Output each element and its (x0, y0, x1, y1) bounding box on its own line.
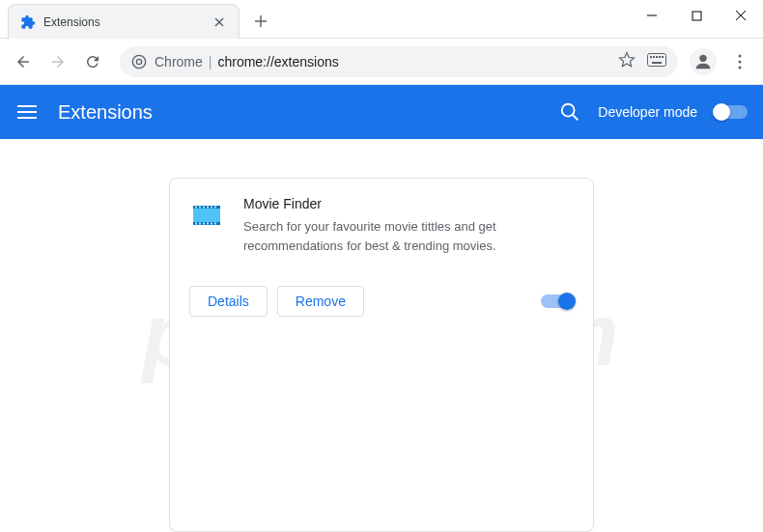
svg-rect-3 (648, 53, 666, 66)
user-icon (692, 51, 714, 72)
svg-rect-21 (207, 207, 209, 209)
plus-icon (254, 14, 268, 28)
svg-point-1 (132, 55, 145, 68)
extensions-header: Extensions Developer mode (0, 85, 763, 139)
page-title: Extensions (58, 101, 153, 124)
minimize-button[interactable] (630, 0, 674, 31)
svg-rect-26 (203, 223, 205, 225)
address-text: Chrome | chrome://extensions (155, 54, 339, 70)
svg-point-11 (739, 54, 742, 57)
svg-rect-29 (214, 223, 216, 225)
address-bar[interactable]: Chrome | chrome://extensions (120, 46, 678, 77)
svg-point-10 (699, 54, 706, 61)
film-icon (189, 198, 224, 233)
hamburger-menu[interactable] (15, 100, 39, 124)
new-tab-button[interactable] (247, 8, 274, 35)
window-titlebar: Extensions (0, 0, 763, 39)
back-button[interactable] (8, 46, 39, 77)
extensions-content: pcrisk.com Movie Finder Search for your … (0, 139, 763, 532)
dots-vertical-icon (732, 54, 748, 70)
svg-rect-20 (203, 207, 205, 209)
keyboard-icon[interactable] (647, 53, 666, 70)
browser-menu-button[interactable] (724, 46, 755, 77)
arrow-right-icon (49, 53, 67, 70)
svg-rect-9 (652, 62, 662, 64)
svg-rect-4 (650, 56, 652, 58)
svg-rect-24 (195, 223, 197, 225)
reload-button[interactable] (77, 46, 108, 77)
extension-card: Movie Finder Search for your favourite m… (169, 178, 594, 532)
svg-rect-28 (211, 223, 212, 225)
svg-point-2 (136, 59, 141, 64)
developer-mode-label: Developer mode (598, 104, 697, 120)
arrow-left-icon (14, 53, 32, 70)
svg-point-14 (562, 104, 575, 117)
svg-point-13 (739, 66, 742, 69)
search-icon (559, 101, 580, 123)
svg-rect-22 (211, 207, 212, 209)
remove-button[interactable]: Remove (277, 286, 364, 317)
chrome-icon (131, 54, 147, 70)
svg-rect-0 (692, 12, 701, 20)
svg-rect-23 (214, 207, 216, 209)
forward-button[interactable] (42, 46, 73, 77)
extension-enable-toggle[interactable] (541, 294, 574, 308)
svg-point-12 (739, 60, 742, 63)
puzzle-icon (20, 14, 36, 30)
browser-toolbar: Chrome | chrome://extensions (0, 39, 763, 85)
minimize-icon (646, 10, 658, 21)
svg-rect-27 (207, 223, 209, 225)
extension-name: Movie Finder (243, 196, 574, 211)
tab-title: Extensions (43, 15, 204, 29)
star-icon[interactable] (618, 51, 636, 72)
svg-rect-25 (199, 223, 201, 225)
hamburger-icon (17, 105, 37, 119)
svg-rect-18 (195, 207, 197, 209)
browser-tab[interactable]: Extensions (8, 4, 240, 39)
details-button[interactable]: Details (189, 286, 268, 317)
close-icon[interactable] (212, 14, 227, 30)
close-window-button[interactable] (719, 0, 763, 31)
svg-rect-8 (662, 56, 664, 58)
developer-mode-toggle[interactable] (715, 105, 748, 119)
maximize-button[interactable] (674, 0, 719, 31)
svg-rect-19 (199, 207, 201, 209)
window-controls (630, 0, 763, 31)
svg-rect-5 (653, 56, 655, 58)
close-icon (735, 10, 747, 21)
maximize-icon (692, 11, 702, 21)
svg-rect-7 (659, 56, 661, 58)
svg-rect-6 (656, 56, 658, 58)
extension-description: Search for your favourite movie tittles … (243, 217, 574, 255)
user-avatar[interactable] (690, 48, 717, 75)
reload-icon (84, 53, 101, 70)
search-button[interactable] (559, 101, 580, 123)
